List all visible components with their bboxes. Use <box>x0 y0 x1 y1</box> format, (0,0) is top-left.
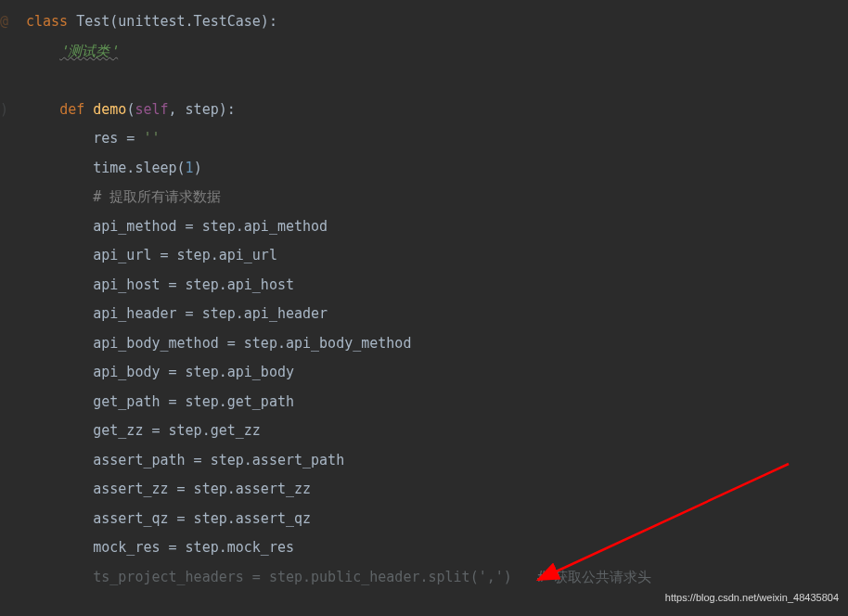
code-line-comment[interactable]: # 提取所有请求数据 <box>26 183 848 212</box>
code-line-assign[interactable]: assert_path = step.assert_path <box>26 446 848 476</box>
watermark-text: https://blog.csdn.net/weixin_48435804 <box>665 587 839 609</box>
code-line-docstring[interactable]: '测试类' <box>26 37 848 67</box>
code-line-assign[interactable]: mock_res = step.mock_res <box>26 533 848 563</box>
comment: # 提取所有请求数据 <box>93 188 221 205</box>
string-empty: '' <box>143 130 160 147</box>
code-line-assign[interactable]: api_body_method = step.api_body_method <box>26 329 848 359</box>
code-line-def[interactable]: ) def demo(self, step): <box>26 96 848 125</box>
self-param: self <box>135 101 168 118</box>
code-line-assign[interactable]: api_host = step.api_host <box>26 271 848 301</box>
gutter-icon: ) <box>0 96 8 125</box>
gutter-icon: @ <box>0 7 8 37</box>
keyword-def: def <box>59 101 84 118</box>
code-line-blank[interactable] <box>26 66 848 96</box>
code-line-assign[interactable]: get_path = step.get_path <box>26 388 848 417</box>
function-name: demo <box>93 101 126 118</box>
code-line-assign[interactable]: api_url = step.api_url <box>26 241 848 271</box>
number-literal: 1 <box>186 160 194 176</box>
code-line-assign[interactable]: assert_qz = step.assert_qz <box>26 505 848 534</box>
code-line-assign[interactable]: api_method = step.api_method <box>26 212 848 242</box>
class-name: Test(unittest.TestCase): <box>68 13 277 30</box>
code-line-assign[interactable]: api_header = step.api_header <box>26 300 848 329</box>
code-line-assign[interactable]: api_body = step.api_body <box>26 358 848 388</box>
code-line-assign[interactable]: assert_zz = step.assert_zz <box>26 475 848 505</box>
keyword-class: class <box>26 13 68 30</box>
docstring: '测试类' <box>59 43 118 59</box>
code-line-assign[interactable]: get_zz = step.get_zz <box>26 417 848 446</box>
code-line-class-def[interactable]: @class Test(unittest.TestCase): <box>26 7 848 37</box>
code-line-res[interactable]: res = '' <box>26 124 848 154</box>
code-line-sleep[interactable]: time.sleep(1) <box>26 154 848 184</box>
